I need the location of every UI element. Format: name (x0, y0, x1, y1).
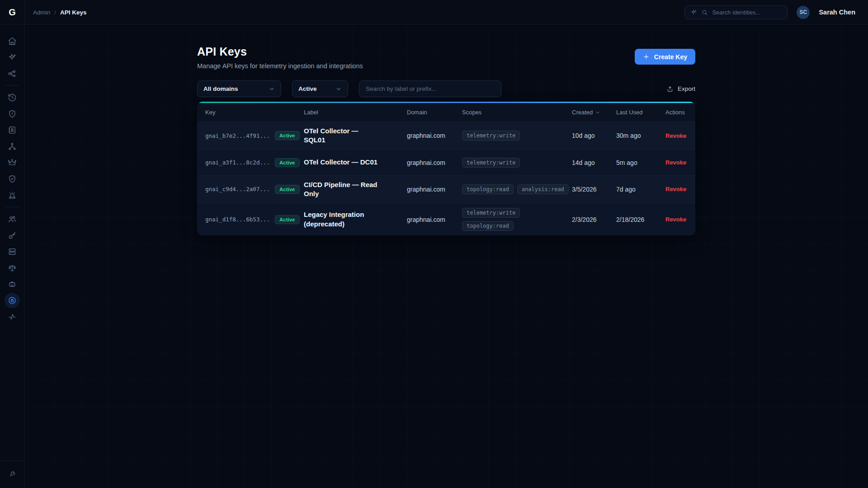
status-filter-value: Active (298, 85, 317, 92)
search-icon (701, 9, 708, 16)
key-cell: gnai_b7e2...4f91... Active (205, 131, 304, 140)
sidebar-item-key[interactable] (5, 228, 20, 243)
sidebar-item-home[interactable] (5, 33, 20, 49)
created-cell: 2/3/2026 (572, 216, 616, 223)
key-cell: gnai_c9d4...2a07... Active (205, 185, 304, 194)
col-label: Label (304, 109, 407, 116)
sidebar-item-bot[interactable] (5, 277, 20, 292)
last-used-cell: 30m ago (616, 132, 665, 139)
bot-icon (8, 280, 17, 289)
export-label: Export (678, 85, 695, 92)
table-row: gnai_c9d4...2a07... Active CI/CD Pipelin… (197, 175, 695, 203)
sidebar-item-crown[interactable] (5, 155, 20, 170)
col-last-used: Last Used (616, 109, 665, 116)
key-label: Legacy Integration (deprecated) (304, 210, 378, 229)
scales-icon (8, 263, 17, 272)
sidebar-item-server[interactable] (5, 244, 20, 259)
sidebar-item-siren[interactable] (5, 188, 20, 203)
status-badge: Active (275, 215, 300, 224)
main-content: API Keys Manage API keys for telemetry i… (197, 25, 695, 235)
sidebar-item-shield-check[interactable] (5, 171, 20, 187)
key-cell: gnai_a3f1...8c2d... Active (205, 158, 304, 167)
home-icon (8, 37, 17, 46)
label-search-input[interactable] (359, 80, 501, 97)
sidebar-item-network[interactable] (5, 66, 20, 81)
sidebar-item-history[interactable] (5, 90, 20, 105)
table-row: gnai_d1f8...6b53... Active Legacy Integr… (197, 203, 695, 235)
key-prefix: gnai_c9d4...2a07... (205, 186, 270, 192)
id-card-icon (8, 126, 17, 135)
network-icon (8, 69, 17, 78)
revoke-button[interactable]: Revoke (665, 186, 687, 192)
col-created-sort[interactable]: Created (572, 109, 616, 116)
sidebar-item-scales[interactable] (5, 260, 20, 276)
breadcrumb: Admin / API Keys (33, 9, 87, 16)
breadcrumb-page: API Keys (60, 9, 87, 16)
page-subtitle: Manage API keys for telemetry ingestion … (197, 62, 695, 70)
table-row: gnai_a3f1...8c2d... Active OTel Collecto… (197, 150, 695, 175)
sidebar-divider (5, 85, 19, 86)
key-domain: graphnai.com (407, 186, 462, 193)
page-header: API Keys Manage API keys for telemetry i… (197, 45, 695, 70)
key-domain: graphnai.com (407, 216, 462, 223)
key-prefix: gnai_d1f8...6b53... (205, 216, 270, 223)
siren-icon (8, 191, 17, 200)
scope-chip: topology:read (462, 184, 514, 194)
key-cell: gnai_d1f8...6b53... Active (205, 215, 304, 224)
scopes-cell: topology:read analysis:read (462, 184, 572, 194)
breadcrumb-admin[interactable]: Admin (33, 9, 50, 16)
created-cell: 3/5/2026 (572, 186, 616, 193)
domain-filter-value: All domains (203, 85, 238, 92)
domain-filter-select[interactable]: All domains (197, 80, 281, 97)
activity-icon (8, 312, 17, 321)
chevron-down-icon (269, 86, 275, 92)
key-icon (8, 231, 17, 240)
scope-chip: analysis:read (517, 184, 569, 194)
sidebar-item-unplug[interactable] (5, 466, 20, 482)
export-button[interactable]: Export (666, 85, 695, 93)
scope-chip: telemetry:write (462, 208, 520, 218)
sparkle-icon (690, 9, 697, 16)
identity-search[interactable] (684, 5, 788, 19)
status-badge: Active (275, 185, 300, 194)
created-cell: 14d ago (572, 159, 616, 166)
scope-chip: telemetry:write (462, 131, 520, 141)
key-domain: graphnai.com (407, 132, 462, 139)
col-scopes: Scopes (462, 109, 572, 116)
sort-chevron-icon (595, 110, 600, 115)
key-prefix: gnai_b7e2...4f91... (205, 132, 270, 139)
sidebar-item-sparkles[interactable] (5, 50, 20, 65)
sidebar-item-branch[interactable] (5, 139, 20, 154)
revoke-button[interactable]: Revoke (665, 132, 687, 139)
sidebar (0, 25, 25, 488)
user-name: Sarah Chen (819, 9, 855, 16)
sidebar-item-activity[interactable] (5, 309, 20, 324)
key-prefix: gnai_a3f1...8c2d... (205, 159, 270, 166)
identity-search-input[interactable] (712, 9, 775, 16)
created-cell: 10d ago (572, 132, 616, 139)
revoke-button[interactable]: Revoke (665, 216, 687, 223)
key-domain: graphnai.com (407, 159, 462, 166)
sidebar-item-users[interactable] (5, 211, 20, 227)
scope-chip: telemetry:write (462, 158, 520, 168)
api-keys-table: Key Label Domain Scopes Created Last Use… (197, 102, 695, 235)
export-icon (666, 85, 674, 93)
sparkles-icon (8, 53, 17, 62)
avatar[interactable]: SC (797, 6, 810, 19)
shield-check-icon (8, 174, 17, 183)
users-icon (8, 215, 17, 224)
key-label: OTel Collector — DC01 (304, 158, 378, 167)
logo-cell[interactable]: G (0, 0, 25, 25)
scopes-cell: telemetry:write (462, 158, 572, 168)
create-key-button[interactable]: Create Key (635, 49, 695, 65)
revoke-button[interactable]: Revoke (665, 159, 687, 166)
status-filter-select[interactable]: Active (292, 80, 348, 97)
col-domain: Domain (407, 109, 462, 116)
sidebar-item-id-card[interactable] (5, 122, 20, 138)
status-badge: Active (275, 131, 300, 140)
sidebar-item-shield-alert[interactable] (5, 106, 20, 122)
status-badge: Active (275, 158, 300, 167)
breadcrumb-separator: / (54, 9, 56, 16)
sidebar-item-lock[interactable] (5, 293, 20, 308)
logo: G (9, 7, 16, 18)
